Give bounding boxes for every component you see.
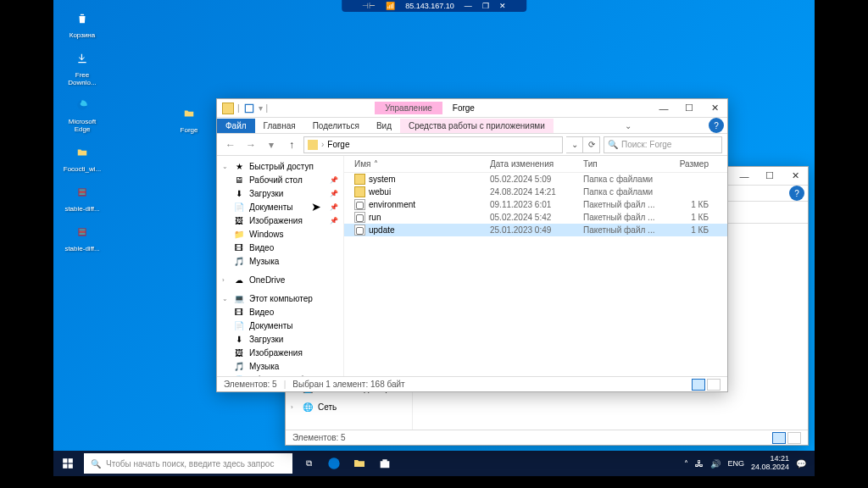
column-headers: Имя˄ Дата изменения Тип Размер (344, 156, 727, 173)
search-input[interactable]: 🔍 Поиск: Forge (604, 136, 722, 153)
file-type: Папка с файлами (578, 187, 663, 197)
svg-rect-7 (80, 230, 86, 232)
view-details-btn[interactable] (692, 379, 705, 391)
taskbar-search[interactable]: 🔍 Чтобы начать поиск, введите здесь запр… (84, 453, 292, 474)
sort-asc-icon: ˄ (374, 159, 378, 169)
svg-rect-13 (69, 464, 73, 469)
system-tray: ˄ 🖧 🔊 ENG 14:21 24.08.2024 💬 (677, 455, 813, 472)
desktop-icon-free-download[interactable]: Free Downlo... (58, 45, 106, 89)
sidebar-onedrive[interactable]: ›☁OneDrive (217, 273, 343, 286)
sidebar-this-pc[interactable]: ⌄💻Этот компьютер (217, 291, 343, 305)
breadcrumb-item[interactable]: Forge (327, 140, 349, 149)
file-row[interactable]: run05.02.2024 5:42Пакетный файл ...1 КБ (344, 211, 727, 224)
tab-file[interactable]: Файл (217, 119, 255, 133)
col-size[interactable]: Размер (663, 159, 714, 169)
tray-network-icon[interactable]: 🖧 (695, 459, 704, 469)
titlebar[interactable]: | ▾ | Управление Forge — ☐ ✕ (217, 99, 727, 118)
help-icon-back[interactable]: ? (789, 186, 804, 201)
taskbar-edge-icon[interactable] (321, 451, 347, 476)
sidebar-pictures[interactable]: 🖼Изображения📌 (217, 214, 343, 227)
nav-up-icon[interactable]: ↑ (283, 136, 300, 153)
tab-app-tools[interactable]: Средства работы с приложениями (400, 119, 554, 133)
file-name: system (369, 175, 396, 184)
svg-rect-12 (63, 464, 67, 469)
file-date: 09.11.2023 6:01 (485, 200, 578, 209)
close-button-back[interactable]: ✕ (782, 168, 808, 185)
minimize-button-back[interactable]: — (732, 168, 757, 185)
file-type: Папка с файлами (578, 175, 663, 184)
folder-icon (354, 174, 365, 185)
tray-clock[interactable]: 14:21 24.08.2024 (751, 455, 789, 472)
sidebar-pc-pictures[interactable]: 🖼Изображения (217, 346, 343, 359)
help-icon[interactable]: ? (709, 118, 724, 133)
nav-recent-icon[interactable]: ▾ (263, 136, 280, 153)
sidebar-quick-access[interactable]: ⌄★Быстрый доступ (217, 159, 343, 173)
sidebar-music[interactable]: 🎵Музыка (217, 254, 343, 268)
tab-share[interactable]: Поделиться (304, 119, 368, 133)
file-row[interactable]: webui24.08.2024 14:21Папка с файлами (344, 186, 727, 198)
file-row[interactable]: update25.01.2023 0:49Пакетный файл ...1 … (344, 224, 727, 236)
pin-icon[interactable]: ⊣⊢ (362, 2, 376, 10)
desktop-icon-archive-1[interactable]: stable-diff... (58, 179, 106, 215)
minimize-button[interactable]: — (651, 100, 676, 117)
qat-properties-icon[interactable] (243, 103, 255, 114)
view-details-btn-back[interactable] (772, 432, 786, 444)
close-button[interactable]: ✕ (702, 100, 727, 117)
desktop-icon-recycle-bin[interactable]: Корзина (58, 5, 106, 42)
sidebar-desktop[interactable]: 🖥Рабочий стол📌 (217, 173, 343, 186)
col-type[interactable]: Тип (578, 159, 663, 169)
tray-language[interactable]: ENG (727, 459, 744, 468)
sidebar-windows[interactable]: 📁Windows (217, 227, 343, 241)
remote-minimize-icon[interactable]: — (465, 2, 472, 10)
tray-sound-icon[interactable]: 🔊 (710, 459, 721, 469)
sidebar-pc-videos[interactable]: 🎞Видео (217, 305, 343, 319)
taskbar-explorer-icon[interactable] (347, 451, 372, 476)
remote-restore-icon[interactable]: ❐ (482, 2, 489, 10)
tray-chevron-icon[interactable]: ˄ (684, 459, 688, 469)
sidebar-downloads[interactable]: ⬇Загрузки📌 (217, 186, 343, 200)
col-date[interactable]: Дата изменения (485, 159, 578, 169)
sidebar-pc-documents[interactable]: 📄Документы (217, 319, 343, 332)
nav-back-icon[interactable]: ← (222, 136, 239, 153)
explorer-window-front[interactable]: | ▾ | Управление Forge — ☐ ✕ Файл Главна… (216, 98, 728, 392)
taskbar[interactable]: 🔍 Чтобы начать поиск, введите здесь запр… (53, 451, 815, 476)
svg-rect-8 (80, 233, 86, 235)
file-type: Пакетный файл ... (578, 225, 663, 235)
file-list[interactable]: Имя˄ Дата изменения Тип Размер system05.… (344, 156, 727, 376)
file-row[interactable]: environment09.11.2023 6:01Пакетный файл … (344, 198, 727, 211)
maximize-button-back[interactable]: ☐ (757, 168, 782, 185)
ribbon-chevron[interactable]: ⌄ (625, 121, 632, 130)
sidebar[interactable]: ⌄★Быстрый доступ 🖥Рабочий стол📌 ⬇Загрузк… (217, 156, 344, 376)
view-large-btn-back[interactable] (787, 432, 801, 444)
sidebar-videos[interactable]: 🎞Видео (217, 241, 343, 254)
svg-rect-9 (245, 104, 253, 112)
sidebar-network-back[interactable]: ›🌐Сеть (286, 400, 412, 413)
desktop-icon-forge[interactable]: Forge (165, 100, 213, 136)
address-dropdown-icon[interactable]: ⌄ (566, 136, 583, 153)
sidebar-documents[interactable]: 📄Документы📌 (217, 200, 343, 214)
address-row: ← → ▾ ↑ › Forge ⌄ ⟳ 🔍 Поиск: Forge (217, 134, 727, 156)
svg-rect-2 (80, 189, 86, 191)
sidebar-pc-downloads[interactable]: ⬇Загрузки (217, 332, 343, 346)
col-name[interactable]: Имя˄ (349, 159, 485, 169)
refresh-icon[interactable]: ⟳ (583, 136, 600, 153)
file-row[interactable]: system05.02.2024 5:09Папка с файлами (344, 173, 727, 186)
start-button[interactable] (55, 451, 81, 476)
status-count-back: Элементов: 5 (292, 433, 346, 442)
maximize-button[interactable]: ☐ (676, 100, 702, 117)
statusbar: Элементов: 5 | Выбран 1 элемент: 168 бай… (217, 376, 727, 391)
sidebar-pc-music[interactable]: 🎵Музыка (217, 359, 343, 373)
desktop-icon-folder-1[interactable]: Fococti_wi... (58, 139, 106, 175)
remote-close-icon[interactable]: ✕ (499, 2, 506, 10)
desktop-icon-archive-2[interactable]: stable-diff... (58, 219, 106, 255)
desktop[interactable]: ⊣⊢ 📶 85.143.167.10 — ❐ ✕ Корзина Free Do… (53, 0, 815, 476)
address-bar[interactable]: › Forge (303, 136, 563, 153)
tab-home[interactable]: Главная (255, 119, 304, 133)
tab-view[interactable]: Вид (368, 119, 400, 133)
task-view-icon[interactable]: ⧉ (296, 451, 321, 476)
ribbon-context-tab[interactable]: Управление (375, 102, 442, 114)
tray-notifications-icon[interactable]: 💬 (796, 459, 806, 469)
desktop-icon-edge[interactable]: Microsoft Edge (58, 92, 106, 136)
view-large-btn[interactable] (707, 379, 721, 391)
taskbar-store-icon[interactable] (372, 451, 398, 476)
